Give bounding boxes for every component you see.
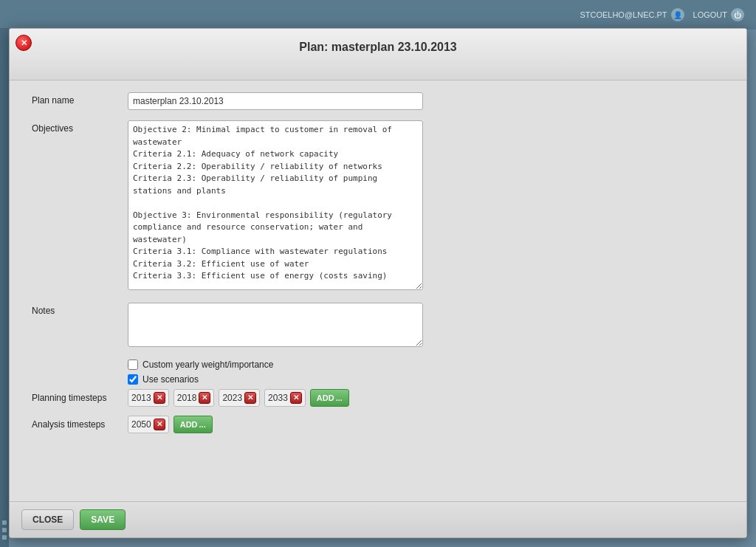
use-scenarios-checkbox[interactable] — [128, 374, 138, 385]
plan-name-label: Plan name — [32, 92, 128, 106]
planning-timestamp-tag: 2013✕ — [128, 389, 169, 407]
remove-timestamp-button[interactable]: ✕ — [154, 419, 165, 430]
timestamp-value: 2018 — [177, 393, 197, 403]
add-analysis-button[interactable]: ADD — [173, 416, 213, 433]
strip-dot — [2, 520, 7, 525]
planning-timesteps-row: Planning timesteps 2013✕2018✕2023✕2033✕A… — [32, 389, 724, 407]
planning-timestamp-tag: 2033✕ — [264, 389, 306, 407]
add-planning-button[interactable]: ADD — [310, 389, 349, 407]
top-bar: STCOELHO@LNEC.PT 👤 LOGOUT ⏻ — [0, 0, 756, 30]
user-info: STCOELHO@LNEC.PT 👤 — [580, 8, 684, 21]
use-scenarios-row: Use scenarios — [128, 374, 724, 385]
logout-label: LOGOUT — [693, 10, 727, 19]
notes-row: Notes — [32, 303, 724, 349]
use-scenarios-label[interactable]: Use scenarios — [142, 374, 199, 385]
planning-timestamp-tag: 2023✕ — [219, 389, 260, 407]
timestamp-value: 2013 — [131, 393, 151, 403]
power-icon: ⏻ — [731, 8, 744, 21]
objectives-textarea[interactable] — [128, 120, 423, 290]
strip-dot — [2, 535, 7, 540]
analysis-timesteps-items: 2050✕ADD — [128, 416, 213, 433]
timestamp-value: 2033 — [268, 393, 288, 403]
planning-timesteps-label: Planning timesteps — [32, 393, 128, 403]
remove-timestamp-button[interactable]: ✕ — [244, 392, 256, 404]
modal-title: Plan: masterplan 23.10.2013 — [10, 41, 746, 54]
notes-textarea[interactable] — [128, 303, 423, 347]
planning-timesteps-items: 2013✕2018✕2023✕2033✕ADD — [128, 389, 349, 407]
close-button[interactable]: CLOSE — [21, 509, 74, 530]
modal-dialog: ✕ Plan: masterplan 23.10.2013 Plan name … — [9, 28, 747, 538]
remove-timestamp-button[interactable]: ✕ — [199, 392, 210, 404]
custom-weight-row: Custom yearly weight/importance — [128, 359, 724, 370]
notes-control — [128, 303, 724, 349]
analysis-timestamp-tag: 2050✕ — [128, 416, 169, 433]
remove-timestamp-button[interactable]: ✕ — [290, 392, 302, 404]
modal-body: Plan name Objectives Notes Custom yearly… — [10, 80, 746, 501]
user-icon: 👤 — [671, 8, 684, 21]
left-strip — [0, 28, 9, 547]
strip-dot — [2, 528, 7, 532]
custom-weight-label[interactable]: Custom yearly weight/importance — [142, 359, 273, 370]
save-button[interactable]: SAVE — [80, 509, 126, 530]
remove-timestamp-button[interactable]: ✕ — [154, 392, 165, 404]
modal-close-x-button[interactable]: ✕ — [16, 35, 32, 51]
modal-header: Plan: masterplan 23.10.2013 — [10, 29, 746, 80]
user-label: STCOELHO@LNEC.PT — [580, 10, 667, 19]
plan-name-control — [128, 92, 724, 110]
objectives-control — [128, 120, 724, 292]
analysis-timesteps-row: Analysis timesteps 2050✕ADD — [32, 416, 724, 433]
plan-name-input[interactable] — [128, 92, 423, 110]
logout-button[interactable]: LOGOUT ⏻ — [693, 8, 744, 21]
objectives-label: Objectives — [32, 120, 128, 134]
timestamp-value: 2050 — [131, 419, 151, 430]
timestamp-value: 2023 — [222, 393, 242, 403]
notes-label: Notes — [32, 303, 128, 316]
custom-weight-checkbox[interactable] — [128, 359, 138, 370]
objectives-row: Objectives — [32, 120, 724, 292]
plan-name-row: Plan name — [32, 92, 724, 110]
planning-timestamp-tag: 2018✕ — [173, 389, 215, 407]
analysis-timesteps-label: Analysis timesteps — [32, 419, 128, 430]
modal-footer: CLOSE SAVE — [10, 501, 746, 537]
